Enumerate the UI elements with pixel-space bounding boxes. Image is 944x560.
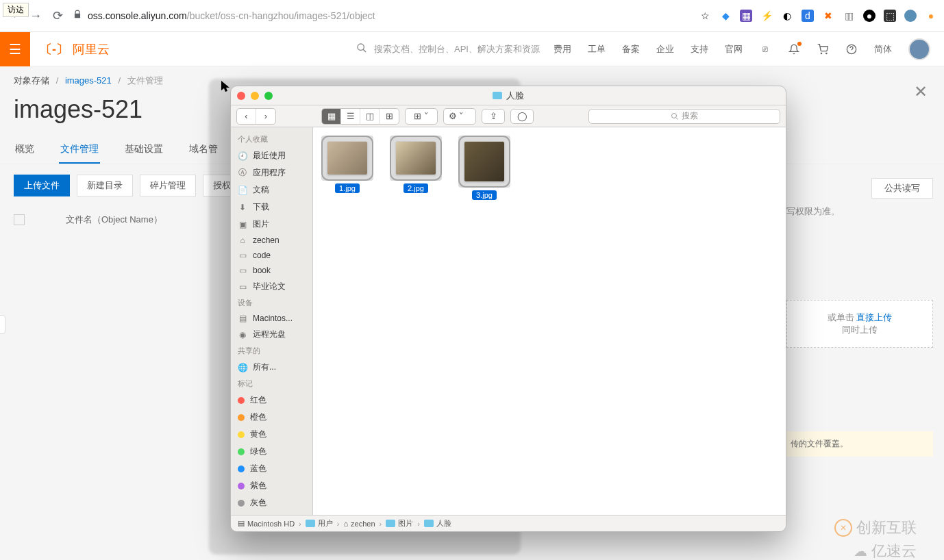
window-close-button[interactable] [237, 92, 245, 100]
finder-titlebar[interactable]: 人脸 [231, 86, 786, 105]
help-icon[interactable] [845, 43, 858, 55]
sidebar-tag-purple[interactable]: 紫色 [231, 477, 312, 494]
file-item-2jpg[interactable]: 2.jpg [388, 136, 443, 200]
view-icon-button[interactable]: ▦ [322, 109, 341, 124]
finder-search-input[interactable]: 搜索 [588, 109, 780, 124]
path-seg-2[interactable]: ⌂ zechen [343, 520, 375, 528]
sidebar-item-code[interactable]: ▭code [231, 248, 312, 263]
action-dropdown[interactable]: ⚙ ˅ [444, 109, 469, 124]
close-modal-button[interactable]: ✕ [914, 82, 928, 101]
notification-icon[interactable] [788, 43, 800, 55]
folder-icon: ▭ [238, 251, 247, 260]
sidebar-item-pictures[interactable]: ▣图片 [231, 216, 312, 233]
svg-point-5 [672, 113, 677, 118]
path-seg-4[interactable]: 人脸 [424, 518, 451, 529]
watermark-1: ✕创新互联 [834, 518, 917, 538]
tab-basic-settings[interactable]: 基础设置 [123, 136, 164, 164]
file-item-3jpg[interactable]: 3.jpg [457, 136, 512, 200]
user-avatar[interactable] [908, 38, 930, 60]
sidebar-item-downloads[interactable]: ⬇下载 [231, 199, 312, 216]
file-thumbnail [395, 141, 436, 175]
sidebar-tag-blue[interactable]: 蓝色 [231, 460, 312, 477]
disk-icon: ▤ [238, 314, 247, 323]
ext-icon-9[interactable]: ⬚ [884, 10, 896, 22]
fragment-mgmt-button[interactable]: 碎片管理 [140, 175, 196, 196]
acl-button[interactable]: 公共读写 [871, 178, 933, 199]
sidebar-item-all-shared[interactable]: 🌐所有... [231, 359, 312, 376]
url-bar[interactable]: oss.console.aliyun.com/bucket/oss-cn-han… [88, 10, 375, 21]
tag-dot-icon [238, 483, 245, 489]
tags-button[interactable]: ◯ [510, 109, 534, 124]
dropzone-sub: 同时上传 [798, 324, 921, 336]
ext-icon-8[interactable]: ● [863, 10, 875, 22]
reload-button[interactable]: ⟳ [49, 8, 66, 24]
view-column-button[interactable]: ◫ [360, 109, 380, 124]
sidebar-tag-orange[interactable]: 橙色 [231, 409, 312, 426]
folder-icon [493, 92, 502, 99]
terminal-icon[interactable]: ⎚ [759, 43, 771, 55]
arrange-dropdown[interactable]: ⊞ ˅ [406, 109, 437, 124]
finder-forward-button[interactable]: › [256, 109, 275, 124]
ext-icon-10[interactable]: ● [925, 10, 937, 22]
ext-icon-3[interactable]: ⚡ [760, 10, 773, 22]
sidebar-item-macintosh[interactable]: ▤Macintos... [231, 311, 312, 326]
ext-icon-2[interactable]: ▦ [740, 10, 752, 22]
tab-file-management[interactable]: 文件管理 [59, 136, 100, 164]
tab-overview[interactable]: 概览 [14, 136, 36, 164]
star-icon[interactable]: ☆ [699, 10, 711, 22]
nav-beian[interactable]: 备案 [622, 43, 640, 55]
direct-upload-link[interactable]: 直接上传 [856, 312, 892, 322]
profile-icon[interactable] [904, 10, 917, 22]
view-list-button[interactable]: ☰ [341, 109, 360, 124]
ext-icon-1[interactable]: ◆ [719, 10, 732, 22]
clock-icon: 🕘 [238, 151, 247, 161]
select-all-checkbox[interactable] [14, 214, 25, 225]
share-button[interactable]: ⇪ [482, 109, 505, 124]
nav-cost[interactable]: 费用 [554, 43, 571, 55]
nav-support[interactable]: 支持 [691, 43, 708, 55]
finder-file-grid[interactable]: 1.jpg 2.jpg 3.jpg [313, 127, 786, 515]
ext-icon-4[interactable]: ◐ [781, 10, 793, 22]
breadcrumb-root[interactable]: 对象存储 [14, 75, 49, 86]
nav-ticket[interactable]: 工单 [588, 43, 606, 55]
menu-button[interactable]: ☰ [0, 32, 30, 66]
window-maximize-button[interactable] [264, 92, 273, 100]
path-seg-0[interactable]: ▤ Macintosh HD [238, 519, 295, 528]
breadcrumb-bucket[interactable]: images-521 [65, 75, 112, 86]
file-item-1jpg[interactable]: 1.jpg [320, 136, 375, 200]
ext-icon-6[interactable]: ✖ [822, 10, 834, 22]
sidebar-item-recent[interactable]: 🕘最近使用 [231, 147, 312, 164]
finder-back-button[interactable]: ‹ [237, 109, 256, 124]
sidebar-item-applications[interactable]: Ⓐ应用程序 [231, 164, 312, 181]
view-gallery-button[interactable]: ⊞ [380, 109, 399, 124]
window-minimize-button[interactable] [251, 92, 259, 100]
language-toggle[interactable]: 简体 [874, 43, 892, 55]
cart-icon[interactable] [817, 43, 829, 55]
sidebar-tag-green[interactable]: 绿色 [231, 443, 312, 460]
aliyun-logo[interactable]: 〔-〕阿里云 [40, 41, 110, 58]
nav-official[interactable]: 官网 [725, 43, 743, 55]
new-folder-button[interactable]: 新建目录 [77, 175, 133, 196]
file-thumbnail [327, 141, 368, 175]
sidebar-tag-gray[interactable]: 灰色 [231, 494, 312, 511]
sidebar-item-book[interactable]: ▭book [231, 263, 312, 278]
path-seg-1[interactable]: 用户 [306, 518, 333, 529]
path-seg-3[interactable]: 图片 [386, 518, 413, 529]
global-search[interactable]: 搜索文档、控制台、API、解决方案和资源 [356, 42, 540, 55]
left-edge-drawer[interactable] [0, 315, 5, 334]
nav-enterprise[interactable]: 企业 [656, 43, 674, 55]
sidebar-item-documents[interactable]: 📄文稿 [231, 181, 312, 199]
upload-file-button[interactable]: 上传文件 [14, 175, 70, 196]
sidebar-tag-red[interactable]: 红色 [231, 392, 312, 409]
ext-icon-7[interactable]: ▥ [843, 10, 855, 22]
forward-button[interactable]: → [27, 8, 44, 24]
sidebar-header-shared: 共享的 [231, 343, 312, 359]
sidebar-item-zechen[interactable]: ⌂zechen [231, 233, 312, 248]
sidebar-tag-yellow[interactable]: 黄色 [231, 426, 312, 443]
doc-icon: 📄 [238, 186, 247, 195]
download-icon: ⬇ [238, 203, 247, 212]
finder-tooltip: 访达 [3, 3, 29, 17]
sidebar-item-thesis[interactable]: ▭毕业论文 [231, 278, 312, 295]
sidebar-item-remote-disc[interactable]: ◉远程光盘 [231, 326, 312, 343]
ext-icon-5[interactable]: d [802, 10, 814, 22]
